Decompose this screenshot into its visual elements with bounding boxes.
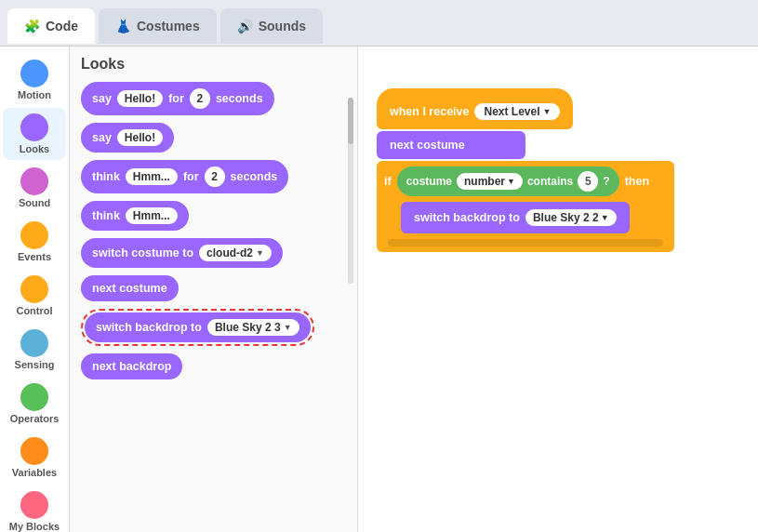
control-circle — [20, 275, 48, 303]
if-body: switch backdrop to Blue Sky 2 2 ▼ — [401, 199, 667, 236]
block-switch-backdrop-highlighted[interactable]: switch backdrop to Blue Sky 2 3 ▼ — [81, 309, 346, 346]
sidebar-item-operators[interactable]: Operators — [3, 378, 66, 430]
tab-code[interactable]: 🧩 Code — [7, 8, 95, 44]
block-say-for[interactable]: say Hello! for 2 seconds — [81, 82, 346, 115]
canvas-next-costume[interactable]: next costume — [377, 131, 525, 159]
canvas-area[interactable]: when I receive Next Level ▼ next costume… — [358, 47, 758, 532]
block-next-backdrop[interactable]: next backdrop — [81, 353, 346, 379]
tab-bar: 🧩 Code 👗 Costumes 🔊 Sounds — [0, 0, 758, 47]
code-icon: 🧩 — [24, 19, 40, 33]
script-stack: when I receive Next Level ▼ next costume… — [377, 88, 674, 252]
hat-notch — [392, 88, 421, 98]
costumes-icon: 👗 — [115, 19, 131, 33]
myblocks-circle — [20, 491, 48, 519]
hat-block-when-receive[interactable]: when I receive Next Level ▼ — [377, 88, 573, 129]
sidebar-item-myblocks[interactable]: My Blocks — [3, 485, 66, 532]
sidebar-item-motion[interactable]: Motion — [3, 54, 66, 106]
motion-circle — [20, 60, 48, 87]
block-next-costume[interactable]: next costume — [81, 275, 346, 301]
num-5-input[interactable]: 5 — [578, 171, 598, 192]
sensing-circle — [20, 329, 48, 357]
tab-costumes[interactable]: 👗 Costumes — [99, 8, 217, 44]
sidebar-item-sound[interactable]: Sound — [3, 162, 66, 214]
block-think[interactable]: think Hmm... — [81, 201, 346, 231]
sound-circle — [20, 167, 48, 195]
sidebar-item-events[interactable]: Events — [3, 216, 66, 268]
tab-sounds[interactable]: 🔊 Sounds — [220, 8, 323, 44]
block-say[interactable]: say Hello! — [81, 123, 346, 153]
block-think-for[interactable]: think Hmm... for 2 seconds — [81, 160, 346, 193]
script-container: when I receive Next Level ▼ next costume… — [377, 88, 674, 252]
if-block[interactable]: if costume number ▼ contains 5 ? then — [377, 161, 674, 252]
main-area: Motion Looks Sound Events Control Sensin… — [0, 47, 758, 532]
receive-dropdown[interactable]: Next Level ▼ — [474, 103, 560, 120]
sounds-icon: 🔊 — [237, 19, 253, 33]
block-switch-costume[interactable]: switch costume to cloud-d2 ▼ — [81, 238, 346, 268]
sidebar: Motion Looks Sound Events Control Sensin… — [0, 47, 70, 532]
sidebar-item-sensing[interactable]: Sensing — [3, 324, 66, 376]
canvas-switch-backdrop[interactable]: switch backdrop to Blue Sky 2 2 ▼ — [401, 202, 630, 233]
blocks-panel-title: Looks — [81, 56, 346, 73]
if-close — [388, 239, 663, 246]
costume-dropdown[interactable]: number ▼ — [457, 173, 523, 190]
sidebar-item-variables[interactable]: Variables — [3, 432, 66, 484]
operators-circle — [20, 383, 48, 411]
canvas-backdrop-dropdown[interactable]: Blue Sky 2 2 ▼ — [525, 209, 617, 226]
looks-circle — [20, 113, 48, 141]
sidebar-item-control[interactable]: Control — [3, 270, 66, 322]
if-header: if costume number ▼ contains 5 ? then — [384, 166, 667, 196]
sidebar-item-looks[interactable]: Looks — [3, 108, 66, 160]
scrollbar-thumb[interactable] — [348, 98, 353, 144]
scrollbar-track[interactable] — [348, 98, 353, 284]
events-circle — [20, 221, 48, 249]
blocks-panel: Looks say Hello! for 2 seconds say Hello… — [70, 47, 358, 532]
variables-circle — [20, 437, 48, 465]
if-condition[interactable]: costume number ▼ contains 5 ? — [397, 166, 619, 196]
